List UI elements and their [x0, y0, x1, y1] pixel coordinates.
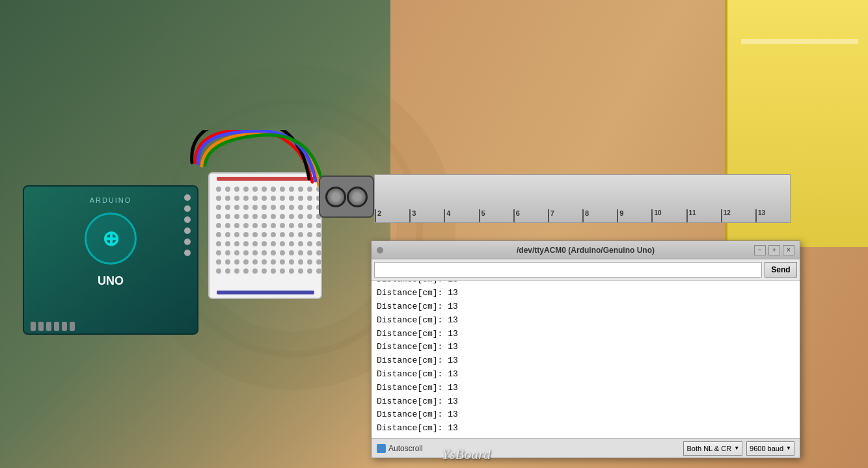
breadboard-dot	[234, 232, 239, 237]
breadboard-dot	[234, 223, 239, 228]
minimize-button[interactable]: −	[754, 245, 766, 255]
breadboard-dot	[271, 259, 276, 265]
breadboard-dot	[298, 187, 303, 192]
breadboard-dot	[307, 232, 312, 237]
breadboard-dot	[262, 196, 267, 201]
breadboard-dot	[252, 232, 258, 237]
arduino-board: ⊕ UNO ARDUINO	[23, 185, 198, 335]
breadboard-dot	[262, 250, 267, 255]
breadboard-dot	[234, 250, 239, 255]
breadboard-dot	[216, 241, 221, 246]
breadboard-dot	[216, 187, 221, 192]
breadboard-dot	[262, 259, 267, 265]
breadboard-dot	[225, 268, 230, 274]
breadboard-dot	[298, 205, 303, 210]
serial-monitor-window: /dev/ttyACM0 (Arduino/Genuino Uno) − + ×…	[371, 240, 800, 458]
breadboard-dot	[316, 223, 321, 228]
breadboard-dot	[316, 268, 321, 274]
breadboard-dot	[289, 223, 294, 228]
close-button[interactable]: ×	[783, 245, 794, 255]
ruler: 2 3 4 5 6 7 8 9 10 11 12 13	[374, 174, 791, 223]
breadboard-dot	[307, 196, 312, 201]
breadboard-dot	[234, 196, 239, 201]
serial-monitor-titlebar[interactable]: /dev/ttyACM0 (Arduino/Genuino Uno) − + ×	[372, 241, 800, 259]
breadboard-dot	[271, 268, 276, 274]
line-ending-dropdown[interactable]: Both NL & CR ▼	[683, 441, 742, 456]
breadboard-dot	[307, 268, 312, 274]
arduino-uno-label: UNO	[98, 274, 124, 288]
breadboard-dot	[271, 187, 276, 192]
serial-output-line: Distance[cm]: 13	[377, 354, 794, 368]
breadboard-dot	[252, 196, 258, 201]
breadboard-dot	[225, 223, 230, 228]
breadboard-dot	[225, 259, 230, 265]
breadboard-dot	[243, 232, 249, 237]
breadboard-dot	[280, 187, 285, 192]
serial-footer: Autoscroll Both NL & CR ▼ 9600 baud ▼	[372, 438, 800, 458]
breadboard-dot	[316, 241, 321, 246]
breadboard-dot	[252, 223, 258, 228]
breadboard-dot	[243, 196, 249, 201]
serial-output-line: Distance[cm]: 13	[377, 395, 794, 409]
breadboard-dot	[289, 268, 294, 274]
breadboard-dot	[289, 241, 294, 246]
breadboard-dot	[252, 205, 258, 210]
serial-output-line: Distance[cm]: 13	[377, 408, 794, 422]
serial-output-line: Distance[cm]: 13	[377, 314, 794, 328]
serial-output-line: Distance[cm]: 13	[377, 328, 794, 341]
serial-output[interactable]: Distance[cm]: 11Distance[cm]: 15Distance…	[372, 281, 800, 438]
baud-rate-dropdown[interactable]: 9600 baud ▼	[746, 441, 794, 456]
breadboard-dot	[252, 250, 258, 255]
breadboard-dot	[262, 241, 267, 246]
breadboard-dot	[234, 187, 239, 192]
breadboard-dot	[243, 250, 249, 255]
breadboard-dot	[234, 214, 239, 219]
breadboard-dot	[280, 268, 285, 274]
breadboard-dot	[289, 232, 294, 237]
footer-right: Both NL & CR ▼ 9600 baud ▼	[683, 441, 794, 456]
yellow-box-stripe	[741, 39, 858, 44]
breadboard-dot	[289, 196, 294, 201]
breadboard-dot	[289, 250, 294, 255]
breadboard-dot	[216, 259, 221, 265]
breadboard-dot	[262, 223, 267, 228]
breadboard-dot	[280, 196, 285, 201]
breadboard-dot	[280, 250, 285, 255]
breadboard-dot	[243, 187, 249, 192]
breadboard-dot	[243, 214, 249, 219]
serial-output-line: Distance[cm]: 13	[377, 422, 794, 436]
breadboard-dot	[225, 232, 230, 237]
maximize-button[interactable]: +	[768, 245, 780, 255]
serial-output-line: Distance[cm]: 13	[377, 287, 794, 300]
breadboard-dot	[307, 205, 312, 210]
breadboard-dot	[271, 223, 276, 228]
breadboard-dot	[216, 250, 221, 255]
breadboard-dot	[271, 205, 276, 210]
breadboard-dot	[280, 205, 285, 210]
serial-output-line: Distance[cm]: 13	[377, 368, 794, 382]
breadboard: // Generate dots - done via JS below	[208, 172, 322, 299]
ultrasonic-sensor	[319, 176, 374, 218]
breadboard-dot	[307, 241, 312, 246]
breadboard-dot	[216, 223, 221, 228]
send-button[interactable]: Send	[765, 262, 797, 278]
breadboard-dot	[280, 214, 285, 219]
autoscroll-area: Autoscroll	[377, 444, 423, 453]
breadboard-dot	[307, 250, 312, 255]
line-ending-arrow-icon: ▼	[734, 445, 739, 451]
breadboard-dot	[262, 232, 267, 237]
serial-output-line: Distance[cm]: 13	[377, 382, 794, 395]
serial-input[interactable]	[374, 262, 762, 278]
breadboard-dot	[289, 187, 294, 192]
breadboard-dot	[234, 205, 239, 210]
breadboard-dot	[307, 187, 312, 192]
breadboard-dot	[234, 268, 239, 274]
breadboard-dot	[271, 214, 276, 219]
serial-input-row: Send	[372, 259, 800, 281]
breadboard-dot	[307, 223, 312, 228]
breadboard-dot	[225, 205, 230, 210]
autoscroll-icon[interactable]	[377, 444, 386, 453]
breadboard-dot	[252, 241, 258, 246]
breadboard-dot	[262, 214, 267, 219]
breadboard-dot	[316, 259, 321, 265]
